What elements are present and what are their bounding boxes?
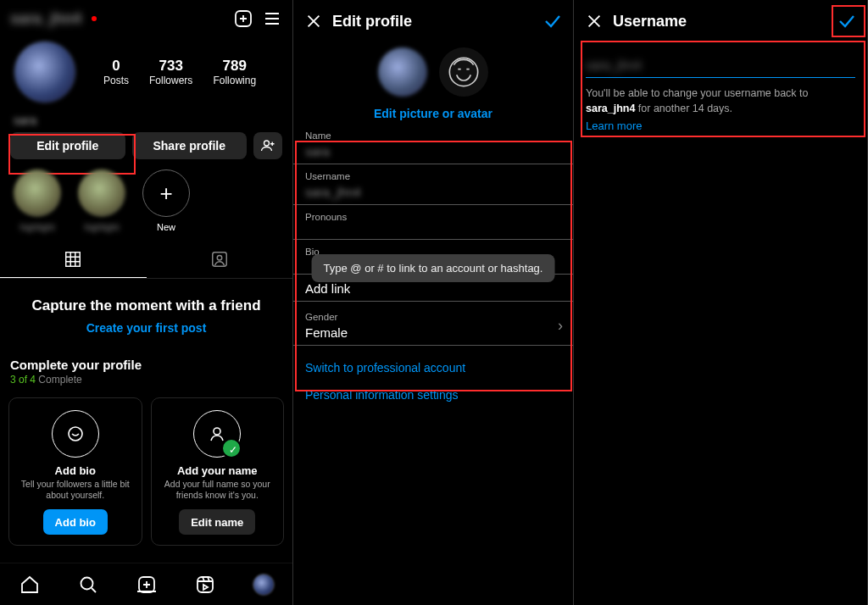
nav-profile-avatar[interactable] (253, 574, 275, 596)
stats-row: 0Posts 733Followers 789Following (0, 37, 292, 107)
empty-state: Capture the moment with a friend Create … (0, 279, 292, 344)
share-profile-button[interactable]: Share profile (132, 132, 248, 159)
learn-more-link[interactable]: Learn more (586, 119, 642, 132)
confirm-icon[interactable] (837, 11, 857, 31)
username-note: You'll be able to change your username b… (586, 86, 855, 116)
profile-avatar[interactable] (14, 41, 76, 103)
story-highlight[interactable]: highlight (78, 169, 125, 232)
edit-profile-screen: Edit profile Edit picture or avatar Name… (293, 0, 574, 605)
profile-buttons: Edit profile Share profile (0, 132, 292, 159)
field-username[interactable]: Username sara_jhn4 (293, 171, 573, 205)
card-desc: Add your full name so your friends know … (159, 479, 277, 501)
nav-reels-icon[interactable] (194, 574, 216, 596)
svg-point-4 (217, 255, 222, 260)
bio-tooltip: Type @ or # to link to an account or has… (312, 254, 555, 282)
personal-info-link[interactable]: Personal information settings (293, 386, 573, 414)
card-title: Add bio (16, 464, 135, 477)
card-add-bio: Add bio Tell your followers a little bit… (8, 397, 142, 546)
avatar-picker[interactable] (293, 47, 573, 97)
edit-picture-link[interactable]: Edit picture or avatar (293, 107, 573, 120)
complete-progress-done: 3 of 4 (10, 374, 36, 386)
svg-point-6 (214, 428, 220, 435)
tab-grid[interactable] (0, 241, 147, 278)
complete-title: Complete your profile (10, 358, 282, 372)
complete-profile-section: Complete your profile 3 of 4 Complete (0, 344, 292, 389)
svg-rect-2 (66, 252, 81, 266)
name-icon (193, 410, 241, 458)
confirm-icon[interactable] (542, 11, 563, 31)
complete-progress-rest: Complete (36, 374, 82, 386)
story-new[interactable]: +New (142, 169, 190, 232)
stat-posts[interactable]: 0Posts (103, 58, 129, 86)
screen-title: Edit profile (332, 13, 412, 31)
stat-following[interactable]: 789Following (213, 58, 256, 86)
close-icon[interactable] (584, 11, 604, 31)
username-screen: Username sara_jhn4 You'll be able to cha… (574, 0, 868, 605)
header-username[interactable]: sara_jhn4 (10, 10, 81, 28)
discover-people-button[interactable] (253, 132, 282, 159)
create-first-post-link[interactable]: Create your first post (86, 321, 207, 335)
field-pronouns[interactable]: Pronouns (293, 212, 573, 240)
field-stack: Name sara Username sara_jhn4 Pronouns Bi… (293, 130, 573, 346)
svg-rect-3 (213, 252, 227, 266)
notification-dot-icon (92, 16, 97, 21)
svg-point-10 (449, 58, 477, 86)
stat-followers[interactable]: 733Followers (149, 58, 192, 86)
field-name[interactable]: Name sara (293, 130, 573, 164)
svg-rect-9 (198, 577, 213, 592)
bio-icon (52, 410, 99, 458)
svg-point-5 (69, 427, 82, 441)
field-gender[interactable]: Gender Female › (293, 305, 573, 346)
username-input[interactable]: sara_jhn4 (586, 58, 855, 78)
create-icon[interactable] (233, 8, 253, 29)
edit-header: Edit profile (293, 0, 573, 42)
card-title: Add your name (159, 464, 277, 477)
bottom-nav (0, 563, 292, 605)
tab-tagged[interactable] (147, 241, 293, 278)
chevron-right-icon: › (558, 316, 563, 334)
switch-professional-link[interactable]: Switch to professional account (293, 349, 573, 386)
profile-tabs (0, 241, 292, 279)
photo-avatar[interactable] (378, 47, 427, 97)
screen-title: Username (613, 13, 687, 31)
nav-home-icon[interactable] (19, 574, 41, 596)
menu-icon[interactable] (262, 8, 282, 29)
username-header: Username (574, 0, 867, 42)
add-bio-button[interactable]: Add bio (43, 509, 108, 535)
cartoon-avatar-icon[interactable] (439, 47, 488, 97)
story-highlights: highlight highlight +New (0, 159, 292, 236)
card-desc: Tell your followers a little bit about y… (16, 479, 135, 501)
profile-header: sara_jhn4 (0, 0, 292, 37)
nav-create-icon[interactable] (136, 574, 158, 596)
nav-search-icon[interactable] (77, 574, 99, 596)
svg-point-7 (81, 577, 92, 589)
complete-cards: Add bio Tell your followers a little bit… (0, 389, 292, 546)
close-icon[interactable] (303, 11, 324, 31)
empty-title: Capture the moment with a friend (17, 297, 275, 314)
edit-name-button[interactable]: Edit name (179, 509, 255, 535)
display-name: sara (14, 114, 292, 127)
svg-point-1 (264, 141, 270, 146)
profile-screen: sara_jhn4 0Posts 733Followers 789Followi… (0, 0, 293, 605)
edit-profile-button[interactable]: Edit profile (10, 132, 125, 159)
card-add-name: Add your name Add your full name so your… (151, 397, 285, 546)
story-highlight[interactable]: highlight (14, 169, 61, 232)
